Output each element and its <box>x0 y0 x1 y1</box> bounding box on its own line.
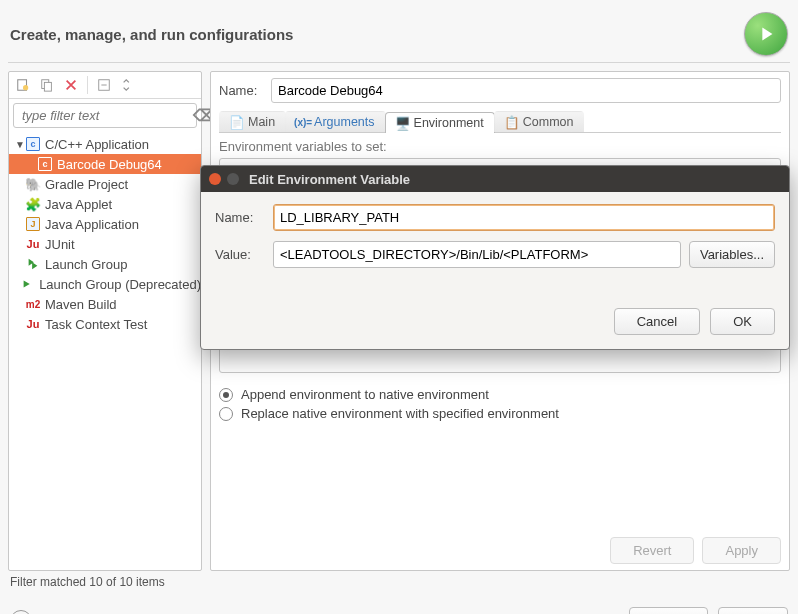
filter-box[interactable]: ⌫ <box>13 103 197 128</box>
config-name-input[interactable] <box>271 78 781 103</box>
radio-dot-icon <box>219 388 233 402</box>
apply-button: Apply <box>702 537 781 564</box>
edit-env-var-dialog: Edit Environment Variable Name: Value: V… <box>200 165 790 350</box>
tree-item-task-context[interactable]: Ju Task Context Test <box>9 314 201 334</box>
run-icon-big <box>744 12 788 56</box>
tree-label: Barcode Debug64 <box>57 157 162 172</box>
tree-label: Launch Group <box>45 257 127 272</box>
dialog-titlebar[interactable]: Edit Environment Variable <box>201 166 789 192</box>
tree-item-maven[interactable]: m2 Maven Build <box>9 294 201 314</box>
tree-item-c-cpp[interactable]: ▼ c C/C++ Application <box>9 134 201 154</box>
svg-rect-3 <box>44 82 51 91</box>
dialog-title: Edit Environment Variable <box>249 172 410 187</box>
variables-button[interactable]: Variables... <box>689 241 775 268</box>
modal-value-label: Value: <box>215 247 265 262</box>
expand-all-icon[interactable] <box>92 74 116 96</box>
env-value-input[interactable] <box>273 241 681 268</box>
tree-item-launch-group[interactable]: Launch Group <box>9 254 201 274</box>
env-name-input[interactable] <box>273 204 775 231</box>
tree-item-applet[interactable]: 🧩 Java Applet <box>9 194 201 214</box>
cancel-button[interactable]: Cancel <box>614 308 700 335</box>
radio-append[interactable]: Append environment to native environment <box>219 387 781 402</box>
task-icon: Ju <box>25 316 41 332</box>
close-button[interactable]: Close <box>629 607 708 614</box>
tab-bar: 📄Main (x)=Arguments 🖥️Environment 📋Commo… <box>219 111 781 133</box>
env-section-label: Environment variables to set: <box>219 139 781 154</box>
radio-replace[interactable]: Replace native environment with specifie… <box>219 406 781 421</box>
name-label: Name: <box>219 83 271 98</box>
tab-main[interactable]: 📄Main <box>219 111 286 132</box>
new-config-icon[interactable] <box>11 74 35 96</box>
tree-item-java-app[interactable]: J Java Application <box>9 214 201 234</box>
run-button[interactable]: Run <box>718 607 788 614</box>
config-tree: ▼ c C/C++ Application c Barcode Debug64 … <box>9 132 201 570</box>
tree-item-barcode[interactable]: c Barcode Debug64 <box>9 154 201 174</box>
tree-item-junit[interactable]: Ju JUnit <box>9 234 201 254</box>
common-icon: 📋 <box>505 115 519 129</box>
tree-label: JUnit <box>45 237 75 252</box>
tree-item-gradle[interactable]: 🐘 Gradle Project <box>9 174 201 194</box>
junit-icon: Ju <box>25 236 41 252</box>
filter-input[interactable] <box>20 107 193 124</box>
env-icon: 🖥️ <box>396 116 410 130</box>
expander-icon[interactable]: ▼ <box>15 139 25 150</box>
left-panel: ⌫ ▼ c C/C++ Application c Barcode Debug6… <box>8 71 202 571</box>
help-icon[interactable]: ? <box>10 610 32 615</box>
tree-item-launch-group-dep[interactable]: Launch Group (Deprecated) <box>9 274 201 294</box>
svg-point-1 <box>23 85 28 90</box>
tree-label: Java Application <box>45 217 139 232</box>
tab-environment[interactable]: 🖥️Environment <box>385 112 495 133</box>
maven-icon: m2 <box>25 296 41 312</box>
doc-icon: 📄 <box>230 115 244 129</box>
window-close-icon[interactable] <box>209 173 221 185</box>
revert-button: Revert <box>610 537 694 564</box>
config-toolbar <box>9 72 201 99</box>
tree-label: Java Applet <box>45 197 112 212</box>
tree-label: Gradle Project <box>45 177 128 192</box>
radio-dot-icon <box>219 407 233 421</box>
tree-label: Task Context Test <box>45 317 147 332</box>
window-minimize-icon[interactable] <box>227 173 239 185</box>
launch-group-dep-icon <box>21 276 35 292</box>
delete-config-icon[interactable] <box>59 74 83 96</box>
duplicate-config-icon[interactable] <box>35 74 59 96</box>
tree-label: Launch Group (Deprecated) <box>39 277 201 292</box>
page-title: Create, manage, and run configurations <box>10 26 293 43</box>
tree-label: C/C++ Application <box>45 137 149 152</box>
filter-status: Filter matched 10 of 10 items <box>8 571 790 597</box>
modal-name-label: Name: <box>215 210 265 225</box>
launch-group-icon <box>25 256 41 272</box>
gradle-icon: 🐘 <box>25 176 41 192</box>
collapse-all-icon[interactable] <box>116 74 140 96</box>
tab-arguments[interactable]: (x)=Arguments <box>285 111 385 132</box>
ok-button[interactable]: OK <box>710 308 775 335</box>
applet-icon: 🧩 <box>25 196 41 212</box>
tree-label: Maven Build <box>45 297 117 312</box>
tab-common[interactable]: 📋Common <box>494 111 585 132</box>
